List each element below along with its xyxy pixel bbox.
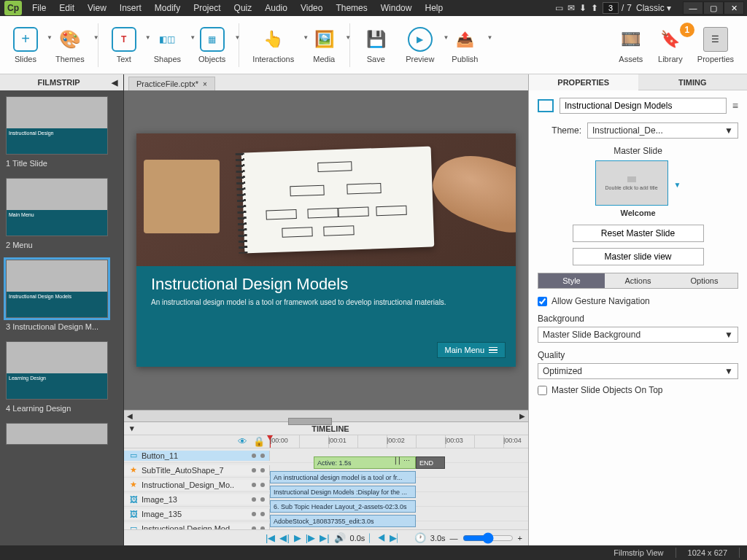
- background-select[interactable]: Master Slide Background▼: [538, 327, 738, 343]
- subtab-style[interactable]: Style: [538, 273, 605, 288]
- menu-edit[interactable]: Edit: [53, 1, 80, 15]
- window-close[interactable]: ✕: [724, 1, 744, 15]
- chevron-down-icon[interactable]: ▾: [125, 424, 134, 433]
- menu-audio[interactable]: Audio: [259, 1, 293, 15]
- ribbon-objects[interactable]: ▦ ▼ Objects: [191, 24, 233, 66]
- menu-themes[interactable]: Themes: [330, 1, 373, 15]
- chevron-left-icon[interactable]: ◀: [112, 74, 117, 90]
- filmstrip-slide-label: 4 Learning Design: [6, 404, 117, 413]
- allow-gesture-checkbox[interactable]: Allow Gesture Navigation: [538, 296, 738, 306]
- zoom-out-icon[interactable]: —: [450, 534, 458, 542]
- filmstrip-slide[interactable]: Learning Design4 Learning Design: [6, 341, 117, 413]
- theme-select[interactable]: Instructional_De...▼: [587, 122, 738, 139]
- status-bar: Filmstrip View 1024 x 627: [0, 545, 747, 560]
- download-icon[interactable]: ⬇: [579, 3, 587, 13]
- zoom-slider[interactable]: [462, 532, 514, 544]
- ribbon-media[interactable]: 🖼️ ▼ Media: [304, 24, 344, 66]
- ribbon-library[interactable]: 🔖 1 Library: [651, 24, 690, 66]
- ribbon-text[interactable]: T ▼ Text: [104, 24, 144, 66]
- menu-quiz[interactable]: Quiz: [228, 1, 258, 15]
- file-tab-name: PracticeFile.cptx*: [136, 79, 198, 88]
- ribbon-publish[interactable]: 📤 ▼ Publish: [444, 24, 485, 66]
- menu-project[interactable]: Project: [187, 1, 226, 15]
- hamburger-icon: [489, 346, 498, 354]
- step-back-icon[interactable]: ◀|: [279, 532, 289, 543]
- tab-timing[interactable]: TIMING: [638, 74, 748, 90]
- lock-icon[interactable]: 🔒: [253, 436, 265, 447]
- quality-select[interactable]: Optimized▼: [538, 363, 738, 379]
- menu-modify[interactable]: Modify: [149, 1, 186, 15]
- ribbon-properties[interactable]: ☰ Properties: [690, 24, 741, 66]
- ribbon-themes[interactable]: 🎨 ▼ Themes: [48, 24, 92, 66]
- timeline-clip[interactable]: AdobeStock_180837355_edit:3.0s: [270, 515, 416, 527]
- horizontal-scrollbar[interactable]: ◀ ▶: [124, 410, 528, 421]
- scroll-left-icon[interactable]: ◀: [124, 412, 136, 420]
- object-type-icon: 🖼: [128, 509, 139, 519]
- canvas[interactable]: Instructional Design Models An instructi…: [124, 90, 528, 410]
- window-maximize[interactable]: ▢: [703, 1, 724, 15]
- ribbon-assets[interactable]: 🎞️ Assets: [611, 24, 651, 66]
- shapes-icon: ◧◫: [155, 27, 179, 52]
- marker-left-icon[interactable]: ⎸◀: [369, 532, 385, 544]
- upload-icon[interactable]: ⬆: [591, 3, 598, 13]
- main-menu-button[interactable]: Main Menu: [437, 342, 506, 358]
- chevron-down-icon[interactable]: ▼: [674, 181, 681, 189]
- ribbon-interactions[interactable]: 👆 ▼ Interactions: [245, 24, 301, 66]
- filmstrip-slide[interactable]: Instructional Design Models3 Instruction…: [6, 260, 117, 331]
- slide-subtitle: An instructional design model is a tool …: [151, 298, 501, 306]
- menu-help[interactable]: Help: [419, 1, 449, 15]
- subtab-actions[interactable]: Actions: [605, 273, 671, 288]
- object-type-icon: ▭: [128, 451, 139, 461]
- layout-icon[interactable]: ▭: [555, 3, 563, 13]
- timeline-row[interactable]: ▭Button_11Active: 1.5sEND⎮⎮ ⋯: [124, 448, 528, 463]
- reset-master-button[interactable]: Reset Master Slide: [573, 225, 704, 242]
- slide-image-area: [136, 133, 516, 266]
- scroll-right-icon[interactable]: ▶: [516, 412, 528, 420]
- timeline-clip[interactable]: Instructional Design Models :Display for…: [270, 486, 416, 498]
- ribbon-shapes[interactable]: ◧◫ ▼ Shapes: [147, 24, 188, 66]
- workspace-switcher[interactable]: Classic ▾: [636, 3, 671, 13]
- titlebar: Cp File Edit View Insert Modify Project …: [0, 0, 747, 16]
- menu-file[interactable]: File: [26, 1, 52, 15]
- ribbon-save[interactable]: 💾 Save: [356, 24, 395, 66]
- panel-menu-icon[interactable]: ≡: [732, 100, 738, 112]
- page-current-input[interactable]: [603, 2, 619, 14]
- menu-window[interactable]: Window: [375, 1, 418, 15]
- object-type-icon: ★: [128, 465, 139, 475]
- master-slide-thumb[interactable]: Double click to add title: [595, 160, 668, 206]
- audio-icon[interactable]: 🔊: [334, 532, 346, 543]
- hand-prop: [425, 142, 516, 244]
- timeline-clip[interactable]: Slide (3.0s): [270, 529, 416, 530]
- timeline-clip[interactable]: An instructional design model is a tool …: [270, 471, 416, 483]
- document-tab-bar: PracticeFile.cptx* ×: [124, 74, 528, 90]
- ribbon-preview[interactable]: ▶ ▼ Preview: [398, 24, 441, 66]
- close-icon[interactable]: ×: [203, 80, 207, 88]
- timeline-clip[interactable]: 6. Sub Topic Header Layout_2-assets-02:3…: [270, 500, 416, 513]
- scrollbar-thumb[interactable]: [288, 418, 332, 425]
- play-icon[interactable]: ▶: [294, 532, 301, 543]
- menu-insert[interactable]: Insert: [114, 1, 147, 15]
- file-tab[interactable]: PracticeFile.cptx* ×: [128, 77, 215, 90]
- zoom-in-icon[interactable]: +: [518, 534, 522, 542]
- menu-video[interactable]: Video: [295, 1, 328, 15]
- mail-icon[interactable]: ✉: [568, 3, 575, 13]
- object-name-input[interactable]: [560, 98, 727, 114]
- clipboard-prop: [144, 160, 220, 233]
- menu-view[interactable]: View: [82, 1, 112, 15]
- master-view-button[interactable]: Master slide view: [573, 248, 704, 265]
- ruler-tick: |00:01: [328, 437, 347, 444]
- window-minimize[interactable]: —: [683, 1, 703, 15]
- eye-icon[interactable]: 👁: [238, 436, 247, 447]
- clock-icon[interactable]: 🕐: [414, 532, 426, 543]
- ribbon-slides[interactable]: + ▼ Slides: [6, 24, 45, 66]
- objects-on-top-checkbox[interactable]: Master Slide Objects On Top: [538, 385, 738, 395]
- marker-right-icon[interactable]: ▶⎸: [390, 532, 406, 544]
- filmstrip-slide[interactable]: Instructional Design1 Title Slide: [6, 96, 117, 168]
- filmstrip-slide[interactable]: Main Menu2 Menu: [6, 178, 117, 249]
- tab-properties[interactable]: PROPERTIES: [529, 74, 638, 90]
- go-end-icon[interactable]: ▶|: [320, 532, 329, 543]
- go-start-icon[interactable]: |◀: [266, 532, 275, 543]
- time-left: 0.0s: [350, 534, 365, 542]
- step-fwd-icon[interactable]: |▶: [306, 532, 315, 543]
- subtab-options[interactable]: Options: [671, 273, 738, 288]
